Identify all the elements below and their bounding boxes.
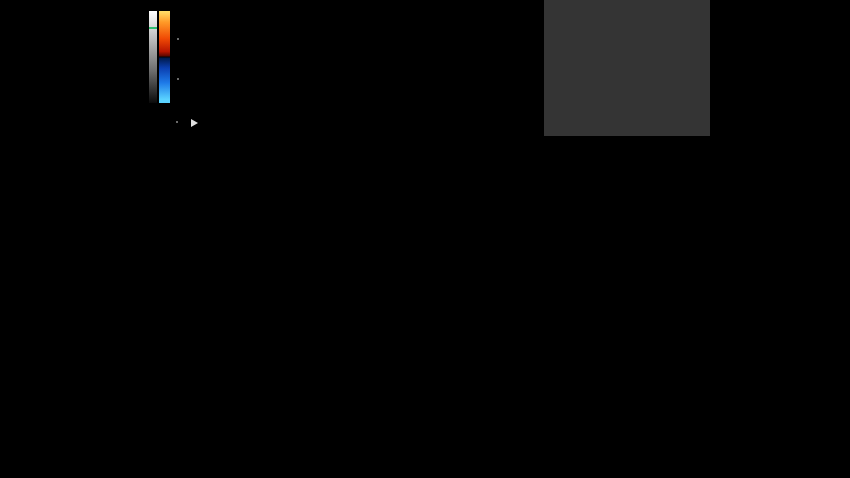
pw-sample-gate[interactable] (534, 40, 558, 90)
measurement-row (544, 102, 710, 119)
focus-pointer-icon (191, 119, 198, 127)
measurement-row (544, 34, 710, 51)
measurement-row (544, 68, 710, 85)
depth-marker-dot (177, 78, 179, 80)
measurement-row (544, 0, 710, 17)
measurement-row (544, 17, 710, 34)
measurement-row (544, 119, 710, 136)
color-velocity-bar (159, 11, 170, 103)
bmode-color-doppler-image[interactable] (183, 0, 542, 244)
gray-scale-bar (149, 11, 157, 103)
measurement-row (544, 85, 710, 102)
spectral-doppler-waveform[interactable] (138, 248, 710, 478)
measurement-panel (544, 0, 710, 136)
gray-bar-marker (149, 27, 157, 29)
depth-marker-dot (176, 121, 178, 123)
depth-marker-dot (177, 38, 179, 40)
measurement-row (544, 51, 710, 68)
ultrasound-screen (0, 0, 850, 478)
